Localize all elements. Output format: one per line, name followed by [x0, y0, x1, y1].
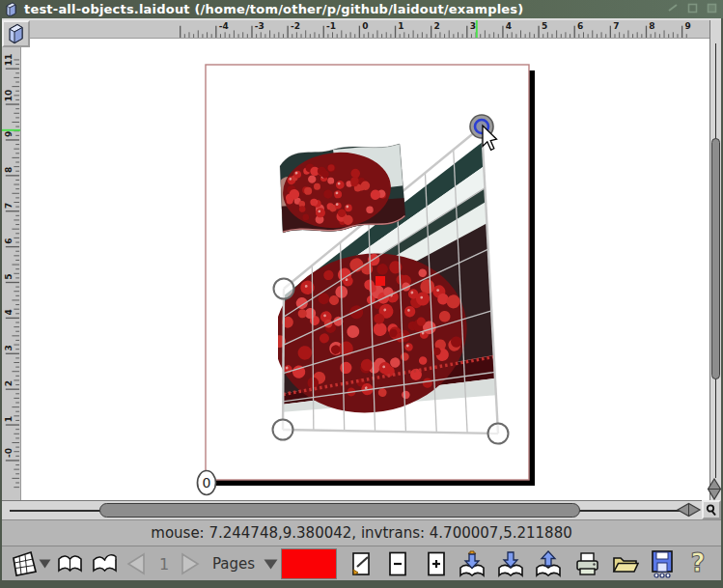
save-file-button[interactable] [649, 547, 675, 580]
document-canvas[interactable]: 0 [21, 39, 709, 500]
document-pen-icon [348, 550, 375, 577]
vertical-scroll-arrows-icon[interactable] [707, 478, 722, 501]
delete-page-button[interactable] [386, 547, 409, 580]
color-swatch[interactable] [281, 548, 337, 579]
svg-text:7: 7 [4, 203, 14, 209]
mesh-control-top-left[interactable] [274, 279, 294, 299]
view-spread-button[interactable] [57, 547, 83, 580]
open-book-icon [57, 552, 83, 575]
help-button[interactable]: ? [687, 547, 709, 580]
vertical-scrollbar[interactable] [709, 20, 721, 500]
svg-text:3: 3 [470, 21, 476, 31]
horizontal-scroll-arrows-icon[interactable] [676, 502, 702, 518]
vertical-ruler: 1110987654321-0 [2, 47, 21, 500]
prev-page-button[interactable] [125, 547, 147, 580]
vertical-scrollbar-thumb[interactable] [711, 138, 720, 379]
status-bar: mouse: 7.244748,9.380042, invtrans: 4.70… [2, 519, 721, 546]
horizontal-ruler: -4-3-2-1012345678910111213 [30, 20, 709, 39]
window-title: test-all-objects.laidout (/home/tom/othe… [24, 2, 523, 16]
mesh-control-inner[interactable] [375, 276, 385, 286]
chevron-down-icon [264, 559, 278, 570]
export-button[interactable] [535, 547, 562, 580]
bottom-toolbar: 1 Pages [2, 546, 721, 580]
svg-text:-1: -1 [326, 21, 336, 31]
svg-text:-3: -3 [255, 21, 264, 31]
page-box-icon [7, 23, 25, 44]
arrow-left-icon [125, 552, 147, 575]
maximize-window-icon[interactable] [687, 3, 698, 14]
page-number-badge[interactable]: 0 [198, 471, 216, 495]
new-document-button[interactable] [348, 547, 375, 580]
svg-text:10: 10 [4, 90, 14, 102]
import-image-button[interactable] [459, 547, 486, 580]
mesh-control-bottom-right[interactable] [488, 424, 509, 444]
svg-text:2: 2 [434, 21, 440, 31]
view-mode-label[interactable]: Pages [212, 547, 255, 580]
svg-text:9: 9 [684, 21, 690, 31]
book-arrow-down-image-icon [459, 549, 486, 578]
app-icon [5, 2, 17, 16]
svg-text:3: 3 [4, 345, 14, 350]
view-mode-dropdown[interactable] [264, 547, 278, 580]
view-page-button[interactable] [92, 547, 118, 580]
current-page-number: 1 [156, 547, 172, 580]
svg-text:-0: -0 [4, 448, 14, 458]
svg-text:5: 5 [4, 273, 14, 279]
svg-text:1: 1 [4, 416, 14, 422]
page-plus-icon [425, 550, 448, 577]
add-page-button[interactable] [425, 547, 448, 580]
svg-text:6: 6 [577, 21, 583, 31]
svg-text:6: 6 [4, 238, 14, 243]
horizontal-scrollbar[interactable] [2, 500, 702, 519]
close-window-icon[interactable] [707, 3, 717, 14]
svg-text:11: 11 [4, 54, 14, 67]
svg-text:0: 0 [203, 475, 211, 490]
svg-text:?: ? [690, 549, 705, 577]
titlebar[interactable]: test-all-objects.laidout (/home/tom/othe… [0, 0, 723, 18]
window-border-bottom [0, 580, 723, 588]
book-page-turn-icon [92, 552, 118, 575]
svg-text:0: 0 [362, 21, 368, 31]
mesh-control-bottom-left[interactable] [273, 420, 293, 440]
open-file-button[interactable] [611, 547, 639, 580]
svg-text:7: 7 [613, 21, 619, 31]
magnifier-icon [705, 503, 718, 517]
chevron-down-icon [39, 559, 51, 569]
question-mark-icon: ? [687, 549, 709, 578]
arrow-right-icon [180, 552, 201, 575]
svg-text:4: 4 [506, 21, 512, 31]
book-arrow-down-icon [497, 549, 524, 578]
printer-icon [573, 550, 600, 577]
folder-open-icon [611, 551, 639, 576]
mouse-coordinates-text: mouse: 7.244748,9.380042, invtrans: 4.70… [151, 524, 571, 542]
svg-text:4: 4 [4, 309, 14, 315]
window-border-left [0, 18, 2, 588]
floppy-disk-icon [649, 549, 675, 578]
book-arrow-up-icon [535, 549, 562, 578]
svg-text:2: 2 [4, 380, 14, 386]
svg-text:8: 8 [4, 167, 14, 173]
svg-text:-2: -2 [291, 21, 300, 31]
import-button[interactable] [497, 547, 524, 580]
shade-window-icon[interactable] [668, 3, 679, 14]
horizontal-scrollbar-thumb[interactable] [99, 503, 580, 518]
print-button[interactable] [573, 547, 600, 580]
next-page-button[interactable] [180, 547, 201, 580]
tool-dropdown-button[interactable] [39, 547, 51, 580]
svg-text:-4: -4 [219, 21, 229, 31]
small-warped-image[interactable] [275, 140, 410, 237]
svg-text:8: 8 [649, 21, 654, 31]
svg-text:5: 5 [542, 21, 547, 31]
ruler-corner-button[interactable] [2, 20, 30, 47]
svg-text:1: 1 [398, 21, 403, 31]
page-minus-icon [386, 550, 409, 577]
zoom-tool-button[interactable] [702, 500, 721, 519]
mesh-tool-button[interactable] [10, 547, 38, 580]
svg-text:9: 9 [4, 131, 14, 137]
mesh-tool-icon [10, 550, 38, 577]
app-window: test-all-objects.laidout (/home/tom/othe… [0, 0, 723, 588]
